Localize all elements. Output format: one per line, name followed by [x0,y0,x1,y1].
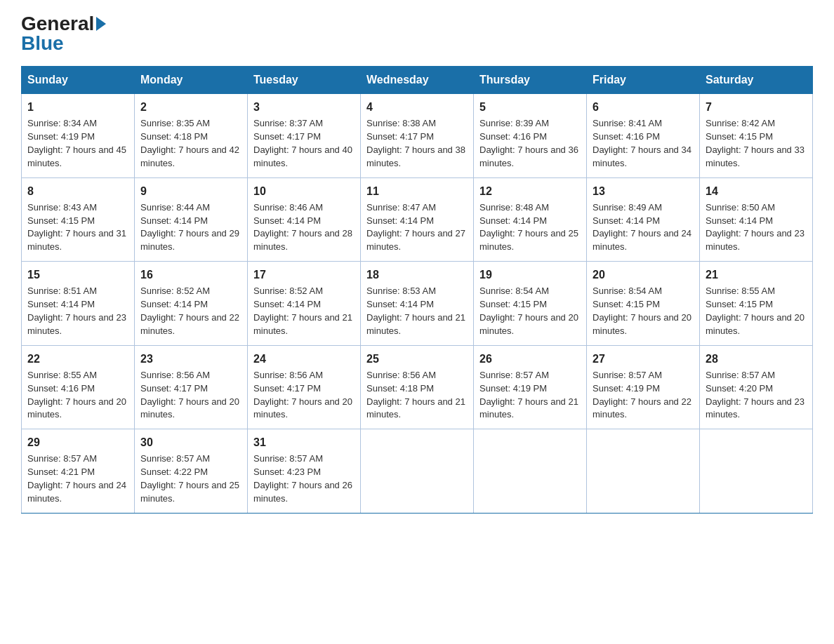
day-number: 10 [253,183,355,199]
day-number: 8 [27,183,128,199]
calendar-col-header: Saturday [700,67,813,94]
day-number: 20 [593,267,694,283]
day-info: Sunrise: 8:55 AMSunset: 4:15 PMDaylight:… [706,285,807,337]
day-number: 27 [593,351,694,367]
day-number: 13 [593,183,694,199]
calendar-day-cell [587,429,700,514]
calendar-week-row: 1Sunrise: 8:34 AMSunset: 4:19 PMDaylight… [22,94,813,178]
calendar-day-cell: 22Sunrise: 8:55 AMSunset: 4:16 PMDayligh… [22,345,135,429]
page-header: General Blue [21,14,813,53]
calendar-week-row: 8Sunrise: 8:43 AMSunset: 4:15 PMDaylight… [22,177,813,262]
day-number: 3 [253,99,355,115]
calendar-day-cell: 18Sunrise: 8:53 AMSunset: 4:14 PMDayligh… [361,262,474,346]
calendar-day-cell: 24Sunrise: 8:56 AMSunset: 4:17 PMDayligh… [248,345,361,429]
logo: General Blue [21,14,106,53]
day-info: Sunrise: 8:41 AMSunset: 4:16 PMDaylight:… [593,117,694,170]
day-info: Sunrise: 8:54 AMSunset: 4:15 PMDaylight:… [593,285,694,337]
day-info: Sunrise: 8:43 AMSunset: 4:15 PMDaylight:… [27,201,128,254]
day-info: Sunrise: 8:42 AMSunset: 4:15 PMDaylight:… [706,117,807,170]
calendar-day-cell: 17Sunrise: 8:52 AMSunset: 4:14 PMDayligh… [248,262,361,346]
day-number: 11 [366,183,468,199]
day-number: 29 [27,434,128,450]
calendar-col-header: Sunday [22,67,135,94]
calendar-day-cell: 11Sunrise: 8:47 AMSunset: 4:14 PMDayligh… [361,177,474,262]
day-number: 5 [479,99,581,115]
day-info: Sunrise: 8:56 AMSunset: 4:18 PMDaylight:… [366,369,468,422]
day-info: Sunrise: 8:47 AMSunset: 4:14 PMDaylight:… [366,201,468,254]
calendar-day-cell: 12Sunrise: 8:48 AMSunset: 4:14 PMDayligh… [474,177,587,262]
calendar-day-cell: 26Sunrise: 8:57 AMSunset: 4:19 PMDayligh… [474,345,587,429]
day-number: 31 [253,434,355,450]
calendar-day-cell: 10Sunrise: 8:46 AMSunset: 4:14 PMDayligh… [248,177,361,262]
calendar-day-cell: 9Sunrise: 8:44 AMSunset: 4:14 PMDaylight… [135,177,248,262]
calendar-day-cell: 28Sunrise: 8:57 AMSunset: 4:20 PMDayligh… [700,345,813,429]
day-number: 9 [140,183,241,199]
day-number: 25 [366,351,468,367]
day-info: Sunrise: 8:57 AMSunset: 4:22 PMDaylight:… [140,452,241,505]
calendar-day-cell: 16Sunrise: 8:52 AMSunset: 4:14 PMDayligh… [135,262,248,346]
calendar-day-cell: 6Sunrise: 8:41 AMSunset: 4:16 PMDaylight… [587,94,700,178]
day-number: 4 [366,99,468,115]
day-info: Sunrise: 8:52 AMSunset: 4:14 PMDaylight:… [140,285,241,337]
day-number: 14 [706,183,807,199]
day-info: Sunrise: 8:49 AMSunset: 4:14 PMDaylight:… [593,201,694,254]
day-number: 15 [27,267,128,283]
calendar-col-header: Monday [135,67,248,94]
day-info: Sunrise: 8:44 AMSunset: 4:14 PMDaylight:… [140,201,241,254]
day-info: Sunrise: 8:51 AMSunset: 4:14 PMDaylight:… [27,285,128,337]
day-info: Sunrise: 8:57 AMSunset: 4:19 PMDaylight:… [479,369,581,422]
day-info: Sunrise: 8:34 AMSunset: 4:19 PMDaylight:… [27,117,128,170]
day-info: Sunrise: 8:54 AMSunset: 4:15 PMDaylight:… [479,285,581,337]
day-info: Sunrise: 8:56 AMSunset: 4:17 PMDaylight:… [140,369,241,422]
day-info: Sunrise: 8:52 AMSunset: 4:14 PMDaylight:… [253,285,355,337]
calendar-day-cell: 5Sunrise: 8:39 AMSunset: 4:16 PMDaylight… [474,94,587,178]
day-info: Sunrise: 8:56 AMSunset: 4:17 PMDaylight:… [253,369,355,422]
day-number: 22 [27,351,128,367]
calendar-day-cell: 19Sunrise: 8:54 AMSunset: 4:15 PMDayligh… [474,262,587,346]
calendar-col-header: Friday [587,67,700,94]
calendar-day-cell: 4Sunrise: 8:38 AMSunset: 4:17 PMDaylight… [361,94,474,178]
logo-arrow-icon [96,17,106,31]
calendar-day-cell: 27Sunrise: 8:57 AMSunset: 4:19 PMDayligh… [587,345,700,429]
calendar-col-header: Wednesday [361,67,474,94]
day-number: 12 [479,183,581,199]
calendar-day-cell: 3Sunrise: 8:37 AMSunset: 4:17 PMDaylight… [248,94,361,178]
day-info: Sunrise: 8:37 AMSunset: 4:17 PMDaylight:… [253,117,355,170]
day-info: Sunrise: 8:48 AMSunset: 4:14 PMDaylight:… [479,201,581,254]
day-number: 16 [140,267,241,283]
calendar-day-cell: 20Sunrise: 8:54 AMSunset: 4:15 PMDayligh… [587,262,700,346]
calendar-day-cell [474,429,587,514]
day-number: 21 [706,267,807,283]
day-number: 18 [366,267,468,283]
calendar-day-cell: 2Sunrise: 8:35 AMSunset: 4:18 PMDaylight… [135,94,248,178]
calendar-header-row: SundayMondayTuesdayWednesdayThursdayFrid… [22,67,813,94]
logo-blue-text: Blue [21,34,64,53]
calendar-day-cell: 14Sunrise: 8:50 AMSunset: 4:14 PMDayligh… [700,177,813,262]
calendar-day-cell [361,429,474,514]
calendar-week-row: 29Sunrise: 8:57 AMSunset: 4:21 PMDayligh… [22,429,813,514]
day-info: Sunrise: 8:35 AMSunset: 4:18 PMDaylight:… [140,117,241,170]
calendar-day-cell: 30Sunrise: 8:57 AMSunset: 4:22 PMDayligh… [135,429,248,514]
day-info: Sunrise: 8:55 AMSunset: 4:16 PMDaylight:… [27,369,128,422]
day-info: Sunrise: 8:53 AMSunset: 4:14 PMDaylight:… [366,285,468,337]
calendar-day-cell [700,429,813,514]
day-number: 24 [253,351,355,367]
day-info: Sunrise: 8:57 AMSunset: 4:23 PMDaylight:… [253,452,355,505]
day-number: 19 [479,267,581,283]
calendar-day-cell: 31Sunrise: 8:57 AMSunset: 4:23 PMDayligh… [248,429,361,514]
calendar-day-cell: 1Sunrise: 8:34 AMSunset: 4:19 PMDaylight… [22,94,135,178]
calendar-day-cell: 25Sunrise: 8:56 AMSunset: 4:18 PMDayligh… [361,345,474,429]
day-number: 6 [593,99,694,115]
calendar-day-cell: 13Sunrise: 8:49 AMSunset: 4:14 PMDayligh… [587,177,700,262]
calendar-table: SundayMondayTuesdayWednesdayThursdayFrid… [21,66,813,514]
calendar-day-cell: 23Sunrise: 8:56 AMSunset: 4:17 PMDayligh… [135,345,248,429]
day-info: Sunrise: 8:50 AMSunset: 4:14 PMDaylight:… [706,201,807,254]
calendar-week-row: 22Sunrise: 8:55 AMSunset: 4:16 PMDayligh… [22,345,813,429]
day-number: 28 [706,351,807,367]
day-info: Sunrise: 8:57 AMSunset: 4:21 PMDaylight:… [27,452,128,505]
calendar-day-cell: 7Sunrise: 8:42 AMSunset: 4:15 PMDaylight… [700,94,813,178]
day-number: 30 [140,434,241,450]
calendar-day-cell: 15Sunrise: 8:51 AMSunset: 4:14 PMDayligh… [22,262,135,346]
day-number: 23 [140,351,241,367]
day-number: 17 [253,267,355,283]
